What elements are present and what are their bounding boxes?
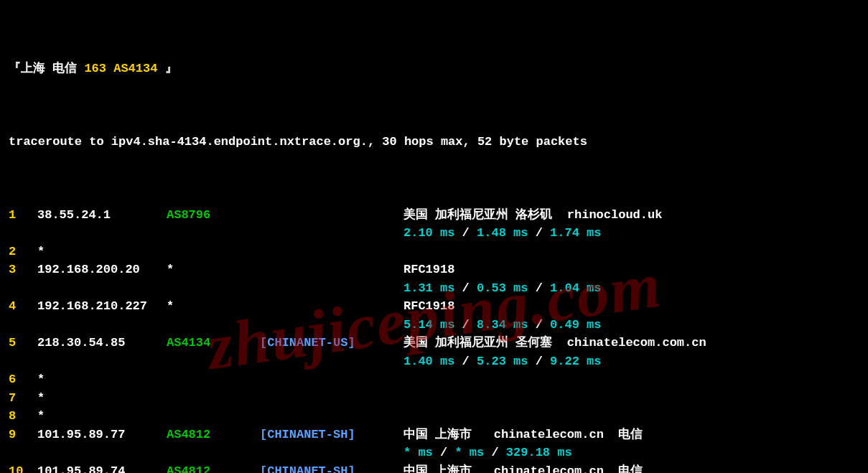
hop-rtt: 1.04 ms [550,279,601,298]
hop-row: 6* [9,370,859,389]
hop-network: [CHINANET-SH] [260,462,403,474]
hop-ip: 218.30.54.85 [37,334,167,352]
hop-rtt-row: 2.10 ms / 1.48 ms / 1.74 ms [9,224,859,243]
hop-number: 5 [9,334,37,352]
hop-network [260,370,403,389]
header-net: 163 AS4134 [84,60,157,78]
rtt-separator: / [484,444,506,462]
hop-location: 美国 加利福尼亚州 圣何塞 chinatelecom.com.cn [403,334,706,352]
hop-network [260,261,403,279]
rtt-separator: / [528,352,550,371]
hop-rtt: * ms [454,444,484,462]
hop-number: 2 [9,243,37,261]
hop-number: 1 [9,206,37,225]
hop-location: 美国 加利福尼亚州 洛杉矶 rhinocloud.uk [403,206,662,225]
hop-row: 4192.168.210.227*RFC1918 [9,297,859,316]
hop-ip: 192.168.210.227 [37,297,167,316]
hop-network [260,407,403,426]
hop-network [260,206,403,225]
rtt-separator: / [528,316,550,334]
rtt-separator: / [454,352,477,371]
hop-location: 中国 上海市 chinatelecom.cn 电信 [403,462,643,474]
hop-row: 138.55.24.1AS8796美国 加利福尼亚州 洛杉矶 rhinoclou… [9,206,859,225]
traceroute-cmdline: traceroute to ipv4.sha-4134.endpoint.nxt… [9,133,859,151]
header-isp: 电信 [52,60,77,78]
hop-rtt: 329.18 ms [506,444,572,462]
hop-rtt-row: 1.31 ms / 0.53 ms / 1.04 ms [9,279,859,298]
hop-rtt: 5.23 ms [477,352,528,371]
hop-ip: 192.168.200.20 [37,261,167,279]
hop-asn: AS4134 [167,334,260,352]
hop-rtt: 2.10 ms [403,224,454,243]
hop-rtt-row: 5.14 ms / 8.34 ms / 0.49 ms [9,316,859,334]
hop-row: 7* [9,389,859,408]
hop-row: 9101.95.89.77AS4812[CHINANET-SH]中国 上海市 c… [9,426,859,444]
hop-number: 6 [9,370,37,389]
hop-rtt: 5.14 ms [403,316,454,334]
hop-rtt-row: 1.40 ms / 5.23 ms / 9.22 ms [9,352,859,371]
hop-rtt: * ms [403,444,433,462]
header-city: 上海 [21,60,45,78]
hop-network [260,243,403,261]
hop-number: 4 [9,297,37,316]
hop-network: [CHINANET-SH] [260,426,403,444]
rtt-separator: / [454,279,477,298]
hop-row: 8* [9,407,859,426]
hop-number: 8 [9,407,37,426]
hop-rtt: 1.31 ms [403,279,454,298]
rtt-separator: / [433,444,455,462]
hop-network [260,389,403,408]
rtt-separator: / [528,279,550,298]
hop-asn: AS4812 [167,426,260,444]
hop-number: 10 [9,462,37,474]
hop-ip: * [37,243,167,261]
hop-row: 5218.30.54.85AS4134[CHINANET-US]美国 加利福尼亚… [9,334,859,352]
hop-rtt: 1.48 ms [477,224,528,243]
hop-location: RFC1918 [403,261,454,279]
hop-asn: AS4812 [167,462,260,474]
trace-header: 『上海 电信 163 AS4134 』 [9,60,859,78]
hop-location: RFC1918 [403,297,454,316]
hop-ip: * [37,389,167,408]
hop-ip: * [37,407,167,426]
hop-rtt: 0.53 ms [477,279,528,298]
hop-number: 3 [9,261,37,279]
hop-row: 10101.95.89.74AS4812[CHINANET-SH]中国 上海市 … [9,462,859,474]
hop-rtt: 9.22 ms [550,352,601,371]
hop-rtt: 1.74 ms [550,224,601,243]
header-suffix: 』 [165,60,177,78]
hop-asn: * [167,297,260,316]
hop-ip: 38.55.24.1 [37,206,167,225]
hop-asn: AS8796 [167,206,260,225]
header-prefix: 『 [9,60,21,78]
hop-ip: 101.95.89.77 [37,426,167,444]
rtt-separator: / [528,224,550,243]
hop-number: 7 [9,389,37,408]
hop-rtt: 1.40 ms [403,352,454,371]
hop-row: 3192.168.200.20*RFC1918 [9,261,859,279]
hop-rtt: 8.34 ms [477,316,528,334]
hop-location: 中国 上海市 chinatelecom.cn 电信 [403,426,643,444]
hop-row: 2* [9,243,859,261]
hop-network [260,297,403,316]
hop-ip: * [37,370,167,389]
hop-network: [CHINANET-US] [260,334,403,352]
hop-rtt: 0.49 ms [550,316,601,334]
rtt-separator: / [454,224,477,243]
hop-ip: 101.95.89.74 [37,462,167,474]
rtt-separator: / [454,316,477,334]
hop-rtt-row: * ms / * ms / 329.18 ms [9,444,859,462]
hop-asn: * [167,261,260,279]
hop-number: 9 [9,426,37,444]
terminal-output: 『上海 电信 163 AS4134 』 traceroute to ipv4.s… [0,0,868,473]
